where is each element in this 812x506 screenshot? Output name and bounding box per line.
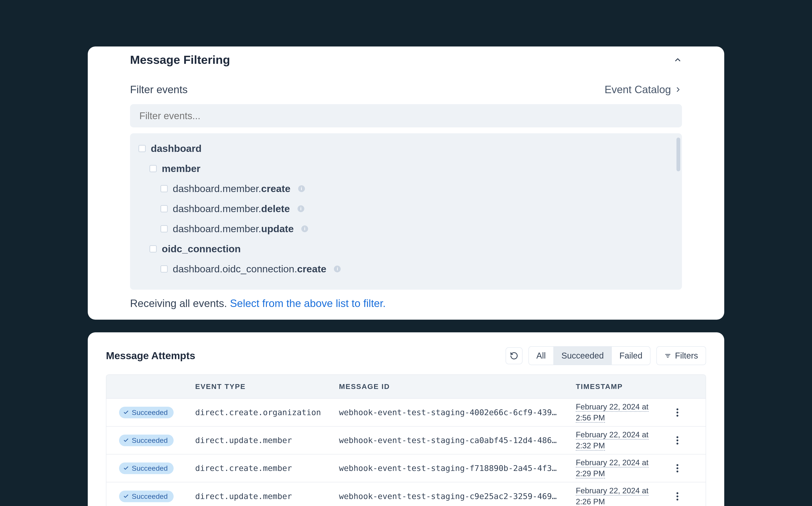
col-actions	[665, 375, 690, 398]
receiving-status: Receiving all events. Select from the ab…	[130, 297, 682, 320]
filters-button[interactable]: Filters	[656, 346, 706, 365]
info-icon[interactable]: i	[298, 205, 304, 212]
receiving-link[interactable]: Select from the above list to filter.	[230, 298, 385, 309]
check-icon	[123, 410, 129, 415]
tab-succeeded[interactable]: Succeeded	[554, 347, 612, 365]
message-filtering-card: Message Filtering Filter events Event Ca…	[88, 47, 724, 320]
tree-item[interactable]: dashboard.member.create i	[139, 178, 668, 198]
chevron-right-icon	[674, 86, 682, 93]
row-menu-button[interactable]	[672, 491, 682, 501]
table-header: EVENT TYPE MESSAGE ID TIMESTAMP	[106, 375, 706, 399]
tree-item[interactable]: dashboard.member.delete i	[139, 198, 668, 219]
event-catalog-label: Event Catalog	[604, 83, 671, 96]
checkbox[interactable]	[160, 225, 168, 232]
tree-item[interactable]: dashboard.member.update i	[139, 219, 668, 239]
tree-group-oidc[interactable]: oidc_connection	[139, 239, 668, 259]
row-menu-button[interactable]	[672, 435, 682, 445]
refresh-icon	[510, 352, 518, 360]
table-row[interactable]: Succeededdirect.update.memberwebhook-eve…	[106, 427, 706, 454]
tree-group-dashboard[interactable]: dashboard	[139, 139, 668, 158]
filter-events-label: Filter events	[130, 83, 188, 96]
tree-item-label: dashboard.member.create	[173, 183, 291, 194]
checkbox[interactable]	[160, 205, 168, 212]
receiving-text: Receiving all events.	[130, 298, 230, 309]
event-tree: dashboard member dashboard.member.create…	[130, 133, 682, 290]
scrollbar-thumb[interactable]	[676, 138, 680, 171]
col-status	[106, 375, 195, 398]
section-header: Message Filtering	[130, 53, 682, 67]
check-icon	[123, 466, 129, 471]
table-row[interactable]: Succeededdirect.create.organizationwebho…	[106, 399, 706, 427]
status-badge: Succeeded	[119, 407, 173, 418]
info-icon[interactable]: i	[298, 185, 305, 192]
row-menu-button[interactable]	[672, 463, 682, 473]
cell-message-id: webhook-event-test-staging-4002e66c-6cf9…	[339, 408, 576, 417]
tree-group-label: oidc_connection	[162, 243, 241, 255]
checkbox[interactable]	[149, 245, 157, 252]
table-row[interactable]: Succeededdirect.create.memberwebhook-eve…	[106, 454, 706, 482]
row-menu-button[interactable]	[672, 407, 682, 417]
tree-item-label: dashboard.oidc_connection.create	[173, 263, 326, 275]
check-icon	[123, 437, 129, 443]
tree-group-label: member	[162, 163, 201, 174]
attempts-title: Message Attempts	[106, 350, 195, 361]
filter-icon	[664, 352, 671, 359]
col-message-id: MESSAGE ID	[339, 375, 576, 398]
attempts-table: EVENT TYPE MESSAGE ID TIMESTAMP Succeede…	[106, 374, 706, 506]
event-catalog-link[interactable]: Event Catalog	[604, 83, 682, 96]
collapse-icon[interactable]	[673, 56, 682, 64]
filters-label: Filters	[675, 351, 698, 360]
col-timestamp: TIMESTAMP	[576, 375, 665, 398]
status-label: Succeeded	[132, 464, 168, 473]
status-label: Succeeded	[132, 492, 168, 501]
tab-failed[interactable]: Failed	[612, 347, 650, 365]
status-label: Succeeded	[132, 436, 168, 444]
tree-item-label: dashboard.member.delete	[173, 203, 290, 215]
tree-group-label: dashboard	[151, 143, 202, 154]
info-icon[interactable]: i	[334, 266, 341, 272]
col-event-type: EVENT TYPE	[195, 375, 339, 398]
cell-timestamp: February 22, 2024 at 2:26 PM	[576, 485, 665, 506]
cell-timestamp: February 22, 2024 at 2:32 PM	[576, 429, 665, 451]
tab-all[interactable]: All	[529, 347, 554, 365]
cell-event-type: direct.create.member	[195, 463, 339, 473]
tree-item-label: dashboard.member.update	[173, 223, 294, 235]
checkbox[interactable]	[149, 165, 157, 172]
status-badge: Succeeded	[119, 491, 173, 502]
cell-message-id: webhook-event-test-staging-f718890b-2a45…	[339, 463, 576, 473]
info-icon[interactable]: i	[301, 226, 308, 232]
status-badge: Succeeded	[119, 462, 173, 474]
status-filter-group: All Succeeded Failed	[528, 346, 651, 365]
cell-message-id: webhook-event-test-staging-c9e25ac2-3259…	[339, 492, 576, 501]
tree-item[interactable]: dashboard.oidc_connection.create i	[139, 259, 668, 279]
cell-event-type: direct.create.organization	[195, 408, 339, 417]
checkbox[interactable]	[160, 185, 168, 192]
filter-events-input[interactable]	[130, 104, 682, 128]
check-icon	[123, 494, 129, 499]
tree-group-member[interactable]: member	[139, 158, 668, 178]
cell-timestamp: February 22, 2024 at 2:29 PM	[576, 457, 665, 479]
cell-message-id: webhook-event-test-staging-ca0abf45-12d4…	[339, 436, 576, 445]
cell-event-type: direct.update.member	[195, 436, 339, 445]
cell-timestamp: February 22, 2024 at 2:56 PM	[576, 401, 665, 423]
section-title: Message Filtering	[130, 53, 230, 67]
status-badge: Succeeded	[119, 435, 173, 446]
checkbox[interactable]	[139, 145, 146, 152]
status-label: Succeeded	[132, 408, 168, 417]
cell-event-type: direct.update.member	[195, 492, 339, 501]
refresh-button[interactable]	[506, 347, 522, 364]
table-row[interactable]: Succeededdirect.update.memberwebhook-eve…	[106, 482, 706, 506]
checkbox[interactable]	[160, 265, 168, 272]
message-attempts-card: Message Attempts All Succeeded Failed Fi…	[88, 332, 724, 506]
